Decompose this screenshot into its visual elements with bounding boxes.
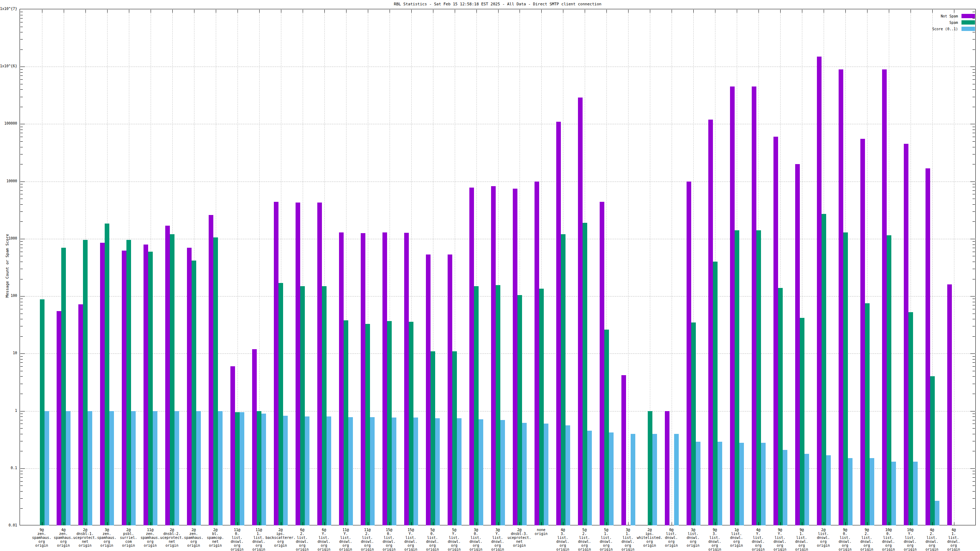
y-major-tick xyxy=(970,468,975,469)
bar-score xyxy=(414,418,418,526)
y-minor-tick xyxy=(20,27,23,27)
x-top-tick xyxy=(368,10,368,13)
bar-score xyxy=(370,417,375,526)
y-minor-tick xyxy=(972,356,975,357)
x-bottom-tick xyxy=(325,522,325,526)
x-tick-label: 2@ list. dnswl. org origin xyxy=(817,528,830,548)
x-tick-label: 2@ ips. whitelisted. org origin xyxy=(637,528,662,548)
y-minor-tick xyxy=(972,147,975,148)
y-minor-tick xyxy=(20,89,23,90)
x-bottom-tick xyxy=(737,522,737,526)
bar-score xyxy=(435,418,440,526)
plot-area xyxy=(19,9,976,526)
x-top-tick xyxy=(216,10,216,13)
x-bottom-tick xyxy=(802,522,802,526)
bar-spam xyxy=(735,230,739,526)
bar-spam xyxy=(278,283,283,526)
y-minor-tick xyxy=(20,302,23,302)
bar-spam xyxy=(800,318,805,526)
v-gridline xyxy=(671,10,672,526)
x-tick-label: 0@ list. dnswl. org origin xyxy=(665,528,678,548)
legend-swatch-score xyxy=(961,27,975,31)
y-minor-tick xyxy=(20,376,23,376)
y-minor-tick xyxy=(20,337,23,337)
x-tick-label: 4@ 1. list. dnswl. org origin xyxy=(947,528,960,551)
y-minor-tick xyxy=(972,89,975,90)
bar-spam xyxy=(691,322,696,526)
x-top-tick xyxy=(259,10,259,13)
x-tick-label: 3@ 1. list. dnswl. org origin xyxy=(621,528,634,551)
y-minor-tick xyxy=(972,302,975,302)
bar-spam xyxy=(713,262,718,526)
x-tick-label: 11@ 1. list. dnswl. org origin xyxy=(253,528,265,551)
bar-spam xyxy=(235,412,240,526)
y-major-tick xyxy=(970,411,975,411)
y-minor-tick xyxy=(972,256,975,256)
legend-label-not-spam: Not Spam xyxy=(941,14,958,18)
x-bottom-tick xyxy=(759,522,759,526)
bar-spam xyxy=(192,260,196,526)
y-minor-tick xyxy=(972,362,975,363)
y-minor-tick xyxy=(972,191,975,191)
x-bottom-tick xyxy=(390,522,390,526)
y-minor-tick xyxy=(20,366,23,367)
y-minor-tick xyxy=(972,471,975,471)
y-tick-label: 1x10^{6} xyxy=(0,64,17,68)
bar-score xyxy=(88,411,92,526)
bar-score xyxy=(45,411,49,526)
x-bottom-tick xyxy=(650,522,650,526)
bar-not-spam xyxy=(426,254,431,526)
bar-spam xyxy=(930,376,935,526)
y-minor-tick xyxy=(20,474,23,474)
bar-not-spam xyxy=(122,251,126,526)
bar-spam xyxy=(865,303,870,526)
y-minor-tick xyxy=(972,75,975,76)
x-bottom-tick xyxy=(129,522,129,526)
bar-not-spam xyxy=(860,139,865,526)
y-minor-tick xyxy=(972,39,975,40)
y-minor-tick xyxy=(20,241,23,242)
y-major-tick xyxy=(20,181,25,182)
x-bottom-tick xyxy=(780,522,781,526)
bar-not-spam xyxy=(231,366,235,526)
y-minor-tick xyxy=(20,477,23,478)
y-major-tick xyxy=(20,67,25,67)
y-minor-tick xyxy=(20,194,23,194)
x-bottom-tick xyxy=(867,522,867,526)
y-minor-tick xyxy=(972,79,975,80)
y-tick-label: 10 xyxy=(0,351,17,355)
y-major-tick xyxy=(970,181,975,182)
x-tick-label: none origin xyxy=(535,528,547,536)
y-minor-tick xyxy=(20,279,23,279)
y-minor-tick xyxy=(972,326,975,326)
x-top-tick xyxy=(541,10,542,13)
bar-spam xyxy=(539,289,544,526)
y-major-tick xyxy=(20,468,25,469)
bar-not-spam xyxy=(187,248,192,526)
y-minor-tick xyxy=(972,12,975,12)
x-top-tick xyxy=(325,10,325,13)
x-tick-label: 2@ dnsbl-3. uceprotect. net origin xyxy=(508,528,531,548)
x-bottom-tick xyxy=(259,522,259,526)
bar-not-spam xyxy=(947,284,952,526)
y-minor-tick xyxy=(972,337,975,337)
bar-score xyxy=(761,443,765,526)
x-top-tick xyxy=(346,10,347,13)
x-bottom-tick xyxy=(889,522,889,526)
y-tick-label: 1000 xyxy=(0,237,17,241)
y-minor-tick xyxy=(20,15,23,15)
x-top-tick xyxy=(932,10,933,13)
bar-score xyxy=(718,442,722,526)
bar-spam xyxy=(496,285,500,526)
y-minor-tick xyxy=(20,198,23,199)
rbl-statistics-chart: RBL Statistics - Sat Feb 15 12:58:18 EST… xyxy=(0,0,980,551)
bar-not-spam xyxy=(78,304,83,526)
x-bottom-tick xyxy=(303,522,303,526)
bar-score xyxy=(587,431,592,526)
y-minor-tick xyxy=(972,366,975,367)
bar-spam xyxy=(561,234,565,526)
y-minor-tick xyxy=(972,305,975,305)
x-top-tick xyxy=(671,10,672,13)
y-minor-tick xyxy=(20,269,23,269)
y-minor-tick xyxy=(972,187,975,187)
